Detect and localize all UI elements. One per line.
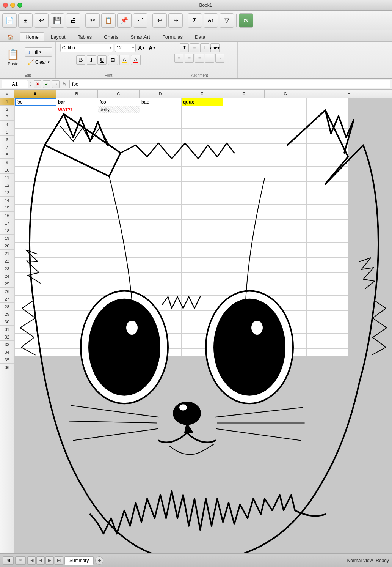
text-direction-button[interactable]: abc▾ xyxy=(210,43,220,52)
row-header-18[interactable]: 18 xyxy=(0,227,14,235)
font-name-select[interactable]: Calibri ▾ xyxy=(60,44,113,52)
autosum-button[interactable]: Σ xyxy=(188,13,202,28)
row-header-14[interactable]: 14 xyxy=(0,197,14,204)
row-header-32[interactable]: 32 xyxy=(0,333,14,341)
row-header-33[interactable]: 33 xyxy=(0,341,14,348)
cell-D2[interactable] xyxy=(140,106,182,113)
cancel-formula-button[interactable]: ✕ xyxy=(34,80,41,88)
paste-toolbar-button[interactable]: 📌 xyxy=(117,13,132,28)
row-header-25[interactable]: 25 xyxy=(0,280,14,288)
indent-left-button[interactable]: ← xyxy=(205,54,214,63)
cell-reference[interactable]: A1 xyxy=(2,80,28,88)
accept-formula-button[interactable]: ✓ xyxy=(43,80,50,88)
cell-G2[interactable] xyxy=(265,106,307,113)
row-header-15[interactable]: 15 xyxy=(0,204,14,212)
row-header-21[interactable]: 21 xyxy=(0,250,14,257)
col-header-E[interactable]: E xyxy=(181,90,223,98)
row-header-36[interactable]: 36 xyxy=(0,364,14,371)
sheet-tab-summary[interactable]: Summary xyxy=(64,556,94,565)
row-header-11[interactable]: 11 xyxy=(0,174,14,181)
redo-button[interactable]: ↪ xyxy=(168,13,183,28)
formula-input[interactable]: foo xyxy=(69,80,390,88)
row-header-35[interactable]: 35 xyxy=(0,356,14,364)
row-header-13[interactable]: 13 xyxy=(0,189,14,197)
cell-E2[interactable] xyxy=(182,106,223,113)
row-header-5[interactable]: 5 xyxy=(0,128,14,136)
print-button[interactable]: 🖨 xyxy=(66,13,80,28)
fill-button[interactable]: ↓ Fill ▾ xyxy=(25,47,52,57)
col-header-B[interactable]: B xyxy=(56,90,98,98)
tab-tables[interactable]: Tables xyxy=(72,32,98,41)
align-middle-button[interactable]: ≡ xyxy=(190,43,199,52)
col-header-C[interactable]: C xyxy=(98,90,140,98)
row-header-8[interactable]: 8 xyxy=(0,151,14,159)
row-header-10[interactable]: 10 xyxy=(0,166,14,174)
cell-D1[interactable]: baz xyxy=(140,98,182,106)
cell-B1[interactable]: bar xyxy=(56,98,98,106)
row-header-27[interactable]: 27 xyxy=(0,295,14,303)
filter-button[interactable]: ▽ xyxy=(220,13,234,28)
align-top-button[interactable]: ⊤ xyxy=(180,43,189,52)
tab-smartart[interactable]: SmartArt xyxy=(125,32,156,41)
cell-A2[interactable] xyxy=(15,106,56,113)
cell-C2[interactable]: dotty xyxy=(98,106,140,113)
save-button[interactable]: 💾 xyxy=(50,13,64,28)
tab-home-icon[interactable]: 🏠 xyxy=(2,32,19,41)
prev-sheet-button[interactable]: ◀ xyxy=(36,556,45,565)
row-header-22[interactable]: 22 xyxy=(0,257,14,265)
cell-C1[interactable]: foo xyxy=(98,98,140,106)
align-center-button[interactable]: ≡ xyxy=(185,54,194,63)
sort-button[interactable]: A↕ xyxy=(204,13,218,28)
font-color-button[interactable]: A xyxy=(131,55,141,65)
format-painter-button[interactable]: 🖊 xyxy=(133,13,147,28)
row-header-19[interactable]: 19 xyxy=(0,235,14,242)
col-header-F[interactable]: F xyxy=(223,90,265,98)
undo-button[interactable]: ↩ xyxy=(152,13,167,28)
align-right-button[interactable]: ≡ xyxy=(195,54,204,63)
row-header-6[interactable]: 6 xyxy=(0,136,14,143)
cell-H3[interactable] xyxy=(307,113,348,121)
cell-C3[interactable] xyxy=(98,113,140,121)
row-header-24[interactable]: 24 xyxy=(0,272,14,280)
italic-button[interactable]: I xyxy=(87,55,96,65)
cell-A1[interactable]: foo xyxy=(15,98,56,106)
font-size-select[interactable]: 12 ▾ xyxy=(115,44,136,52)
add-sheet-button[interactable]: + xyxy=(95,556,103,565)
tab-charts[interactable]: Charts xyxy=(98,32,124,41)
cell-H2[interactable] xyxy=(307,106,348,113)
col-header-G[interactable]: G xyxy=(265,90,306,98)
paste-button[interactable]: 📋 Paste xyxy=(3,46,23,68)
row-header-16[interactable]: 16 xyxy=(0,212,14,219)
normal-view-button[interactable]: ⊞ xyxy=(3,556,14,565)
cell-ref-up-arrow[interactable]: ▲ xyxy=(30,81,32,84)
first-sheet-button[interactable]: |◀ xyxy=(27,556,36,565)
row-header-2[interactable]: 2 xyxy=(0,106,14,113)
indent-right-button[interactable]: → xyxy=(215,54,224,63)
expand-formula-button[interactable]: ↺ xyxy=(52,80,60,88)
cell-F2[interactable] xyxy=(223,106,265,113)
row-header-12[interactable]: 12 xyxy=(0,181,14,189)
row-header-1[interactable]: 1 xyxy=(0,98,14,106)
close-button[interactable] xyxy=(3,3,8,8)
col-header-D[interactable]: D xyxy=(140,90,181,98)
align-left-button[interactable]: ≡ xyxy=(174,54,183,63)
formula-button[interactable]: fx xyxy=(239,13,253,28)
clear-button[interactable]: 🧹 Clear ▾ xyxy=(25,58,52,66)
row-header-26[interactable]: 26 xyxy=(0,288,14,295)
row-header-20[interactable]: 20 xyxy=(0,242,14,250)
col-header-H[interactable]: H xyxy=(306,90,392,98)
page-view-button[interactable]: ⊟ xyxy=(15,556,26,565)
row-header-7[interactable]: 7 xyxy=(0,143,14,151)
open-button[interactable]: ↩ xyxy=(34,13,49,28)
row-header-29[interactable]: 29 xyxy=(0,310,14,318)
last-sheet-button[interactable]: ▶| xyxy=(55,556,63,565)
decrease-font-button[interactable]: A▼ xyxy=(148,43,157,52)
cut-button[interactable]: ✂ xyxy=(85,13,100,28)
cell-D3[interactable] xyxy=(140,113,182,121)
highlight-color-button[interactable]: A xyxy=(119,55,129,65)
cell-G1[interactable] xyxy=(265,98,307,106)
copy-button[interactable]: 📋 xyxy=(101,13,116,28)
row-header-3[interactable]: 3 xyxy=(0,113,14,121)
underline-button[interactable]: U xyxy=(97,55,107,65)
tab-home[interactable]: Home xyxy=(20,32,44,41)
